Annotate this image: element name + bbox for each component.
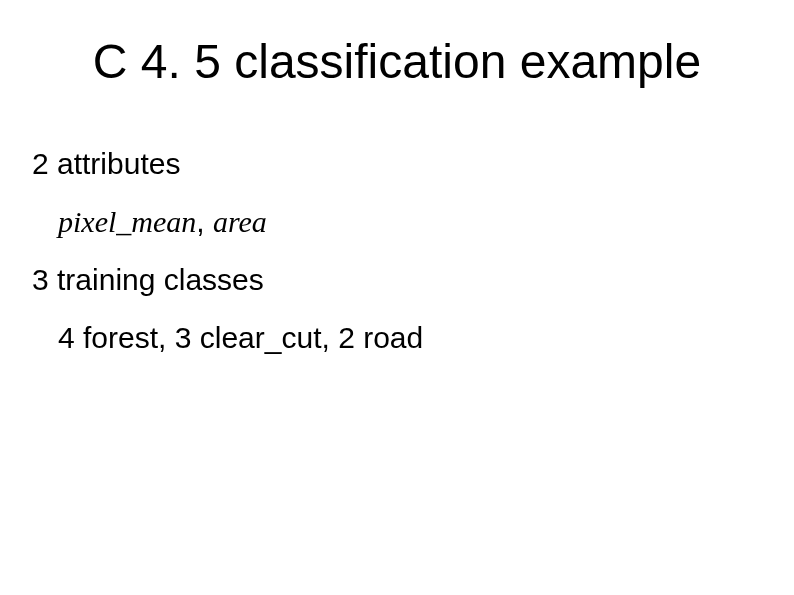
slide: C 4. 5 classification example 2 attribut… xyxy=(0,0,794,595)
attributes-list: pixel_mean, area xyxy=(32,198,762,246)
classes-count: 3 training classes xyxy=(32,256,762,304)
sep: , xyxy=(196,205,213,238)
slide-title: C 4. 5 classification example xyxy=(0,34,794,89)
classes-list: 4 forest, 3 clear_cut, 2 road xyxy=(32,314,762,362)
attr-pixel-mean: pixel_mean xyxy=(58,205,196,238)
attr-area: area xyxy=(213,205,267,238)
slide-body: 2 attributes pixel_mean, area 3 training… xyxy=(32,140,762,362)
attributes-count: 2 attributes xyxy=(32,140,762,188)
